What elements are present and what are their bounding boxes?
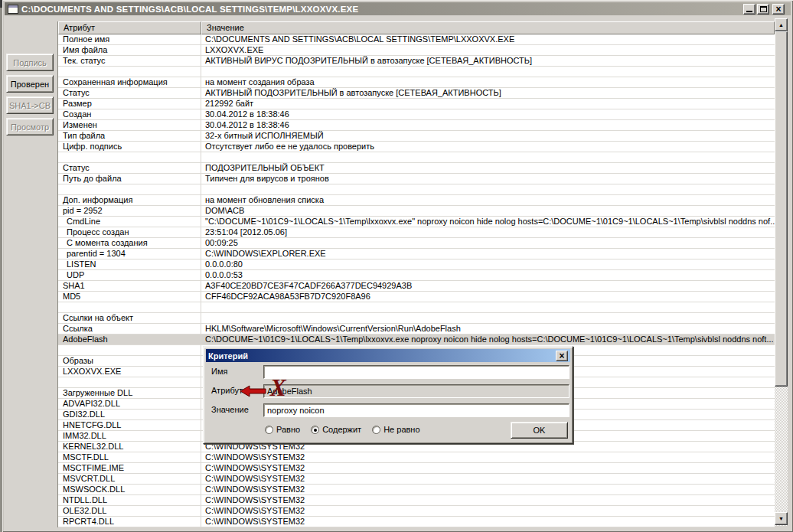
table-row[interactable]: SHA1A3F40CE20BD7CE3F47CADF266A377DEC9492… xyxy=(58,281,775,292)
sidebar-button-просмотр[interactable]: Просмотр xyxy=(6,118,54,135)
table-row[interactable]: MD5CFF46DCF92ACA98A53FB7D7C920F8A96 xyxy=(58,292,775,302)
table-row[interactable]: OLE32.DLLC:\WINDOWS\SYSTEM32 xyxy=(58,506,775,517)
table-row[interactable]: NTDLL.DLLC:\WINDOWS\SYSTEM32 xyxy=(58,495,775,506)
maximize-button[interactable] xyxy=(757,4,769,15)
table-row[interactable]: Полное имяC:\DOCUMENTS AND SETTINGS\ACB\… xyxy=(58,34,775,45)
table-row[interactable]: С момента создания00:09:25 xyxy=(58,238,775,249)
table-row[interactable]: Тек. статусАКТИВНЫЙ ВИРУС ПОДОЗРИТЕЛЬНЫЙ… xyxy=(58,56,775,67)
value-cell: C:\DOCUME~1\01C9~1\LOCALS~1\Temp\lxxoxvx… xyxy=(201,335,775,344)
close-button[interactable]: × xyxy=(772,4,785,15)
field-input-атрибут[interactable] xyxy=(263,384,569,398)
dialog-close-button[interactable]: × xyxy=(556,351,568,361)
attribute-cell: UDP xyxy=(58,270,201,280)
attribute-cell: GDI32.DLL xyxy=(58,410,201,419)
table-row[interactable]: СтатусПОДОЗРИТЕЛЬНЫЙ ОБЪЕКТ xyxy=(58,163,775,174)
arrow-up-icon: ▲ xyxy=(778,22,784,28)
value-cell: на момент создания образа xyxy=(201,77,775,87)
table-row[interactable]: Имя файлаLXXOXVX.EXE xyxy=(58,45,775,56)
table-row[interactable]: Сохраненная информацияна момент создания… xyxy=(58,77,775,88)
attribute-cell: Доп. информация xyxy=(58,195,201,205)
value-cell: 30.04.2012 в 18:38:46 xyxy=(201,120,775,130)
value-cell: C:\WINDOWS\SYSTEM32 xyxy=(201,474,775,484)
table-row[interactable]: MSCTF.DLLC:\WINDOWS\SYSTEM32 xyxy=(58,452,775,463)
attribute-cell xyxy=(58,152,201,162)
radio-равно[interactable]: Равно xyxy=(265,425,300,434)
table-body: Полное имяC:\DOCUMENTS AND SETTINGS\ACB\… xyxy=(58,34,775,527)
annotation-arrow-icon xyxy=(240,385,267,397)
scroll-up-button[interactable]: ▲ xyxy=(775,18,788,31)
attribute-cell: Ссылка xyxy=(58,324,201,334)
attribute-cell xyxy=(58,377,201,387)
attribute-cell: MD5 xyxy=(58,292,201,302)
attribute-cell xyxy=(58,345,201,355)
table-row[interactable]: Процесс создан23:51:04 [2012.05.06] xyxy=(58,227,775,238)
radio-label: Содержит xyxy=(322,425,361,434)
table-row[interactable]: Тип файла32-х битный ИСПОЛНЯЕМЫЙ xyxy=(58,131,775,142)
table-row[interactable]: LISTEN0.0.0.0:80 xyxy=(58,259,775,270)
attribute-cell: Сохраненная информация xyxy=(58,77,201,87)
table-row[interactable]: MSCTFIME.IMEC:\WINDOWS\SYSTEM32 xyxy=(58,463,775,474)
header-value[interactable]: Значение xyxy=(201,21,775,34)
table-row[interactable] xyxy=(58,184,775,195)
table-row[interactable]: UDP0.0.0.0:53 xyxy=(58,270,775,281)
table-row[interactable] xyxy=(58,152,775,163)
attribute-cell: С момента создания xyxy=(58,238,201,248)
table-row[interactable]: Размер212992 байт xyxy=(58,99,775,109)
window-icon xyxy=(8,5,18,14)
table-row[interactable]: Путь до файлаТипичен для вирусов и троян… xyxy=(58,174,775,184)
table-row[interactable] xyxy=(58,302,775,313)
value-cell: C:\WINDOWS\SYSTEM32 xyxy=(201,485,775,494)
scroll-down-button[interactable]: ▼ xyxy=(775,512,788,525)
table-row[interactable]: MSWSOCK.DLLC:\WINDOWS\SYSTEM32 xyxy=(58,485,775,495)
table-row[interactable]: Создан30.04.2012 в 18:38:46 xyxy=(58,109,775,120)
table-row[interactable]: Цифр. подписьОтсутствует либо ее не удал… xyxy=(58,142,775,152)
field-label-имя: Имя xyxy=(211,367,227,376)
table-row[interactable]: Доп. информацияна момент обновления спис… xyxy=(58,195,775,206)
minimize-button[interactable] xyxy=(743,4,755,15)
attribute-cell: NTDLL.DLL xyxy=(58,495,201,505)
table-row[interactable]: parentid = 1304C:\WINDOWS\EXPLORER.EXE xyxy=(58,249,775,259)
table-row[interactable]: AdobeFlashC:\DOCUME~1\01C9~1\LOCALS~1\Te… xyxy=(58,335,775,345)
attribute-cell: CmdLine xyxy=(58,217,201,227)
attribute-cell: Тип файла xyxy=(58,131,201,141)
value-cell xyxy=(201,184,775,194)
radio-circle-icon xyxy=(372,426,380,434)
value-cell: A3F40CE20BD7CE3F47CADF266A377DEC94929A3B xyxy=(201,281,775,291)
attribute-cell xyxy=(58,184,201,194)
radio-не-равно[interactable]: Не равно xyxy=(372,425,419,434)
ok-button[interactable]: OK xyxy=(511,422,568,439)
dialog-field-значение: Значение xyxy=(204,403,573,417)
dialog-titlebar[interactable]: Критерий × xyxy=(206,349,570,362)
radio-label: Не равно xyxy=(383,425,419,434)
sidebar-button-sha1-cb[interactable]: SHA1->CB xyxy=(6,96,54,114)
vertical-scrollbar[interactable]: ▲ ▼ xyxy=(775,18,788,526)
table-row[interactable]: RPCRT4.DLLC:\WINDOWS\SYSTEM32 xyxy=(58,517,775,527)
attribute-cell: Статус xyxy=(58,88,201,98)
table-row[interactable]: СсылкаHKLM\Software\Microsoft\Windows\Cu… xyxy=(58,324,775,335)
sidebar-button-проверен[interactable]: Проверен xyxy=(6,75,54,93)
table-row[interactable]: pid = 2952DOM\ACB xyxy=(58,206,775,217)
annotation-x-mark: X xyxy=(270,376,286,400)
window-titlebar[interactable]: C:\DOCUMENTS AND SETTINGS\ACB\LOCAL SETT… xyxy=(5,2,791,15)
field-input-имя[interactable] xyxy=(263,365,569,379)
table-row[interactable]: CmdLine"C:\DOCUME~1\01C9~1\LOCALS~1\Temp… xyxy=(58,217,775,227)
field-input-значение[interactable] xyxy=(263,403,569,417)
dialog-title: Критерий xyxy=(208,351,556,361)
table-row[interactable]: Ссылки на объект xyxy=(58,313,775,324)
radio-содержит[interactable]: Содержит xyxy=(311,425,361,434)
match-mode-radios: РавноСодержитНе равно xyxy=(265,425,420,434)
table-row[interactable]: MSVCRT.DLLC:\WINDOWS\SYSTEM32 xyxy=(58,474,775,485)
table-row[interactable]: Изменен30.04.2012 в 18:38:46 xyxy=(58,120,775,131)
header-attribute[interactable]: Атрибут xyxy=(58,21,201,34)
attribute-cell: SHA1 xyxy=(58,281,201,291)
scrollbar-thumb[interactable] xyxy=(775,31,788,387)
screen: C:\DOCUMENTS AND SETTINGS\ACB\LOCAL SETT… xyxy=(0,0,793,532)
table-row[interactable]: СтатусАКТИВНЫЙ ПОДОЗРИТЕЛЬНЫЙ в автозапу… xyxy=(58,88,775,99)
table-row[interactable] xyxy=(58,67,775,77)
attribute-cell: parentid = 1304 xyxy=(58,249,201,259)
value-cell: АКТИВНЫЙ ПОДОЗРИТЕЛЬНЫЙ в автозапуске [С… xyxy=(201,88,775,98)
sidebar-button-подпись[interactable]: Подпись xyxy=(6,54,54,71)
table-header: Атрибут Значение xyxy=(58,21,775,34)
attribute-cell xyxy=(58,67,201,77)
value-cell: C:\WINDOWS\SYSTEM32 xyxy=(201,452,775,462)
